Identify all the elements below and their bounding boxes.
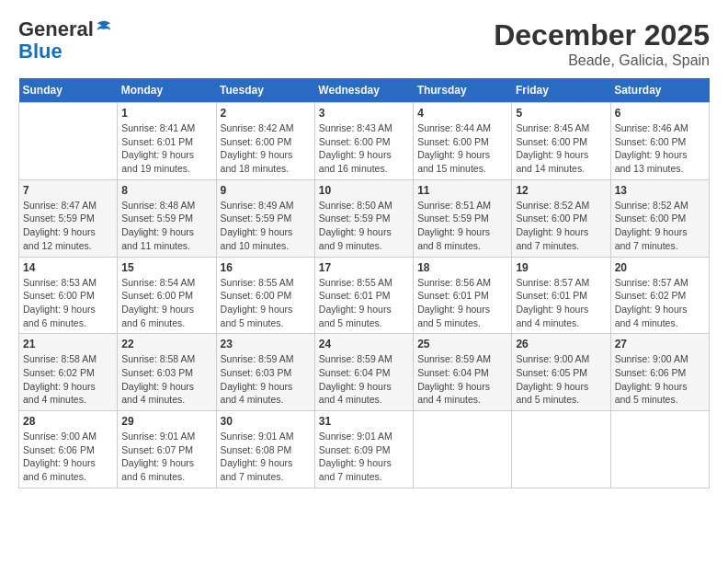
- day-number: 17: [319, 261, 409, 274]
- month-year-title: December 2025: [494, 18, 710, 52]
- day-number: 2: [221, 107, 311, 120]
- day-number: 27: [615, 338, 705, 350]
- calendar-cell: [19, 103, 118, 180]
- day-number: 24: [319, 338, 409, 350]
- day-info: Sunrise: 8:59 AMSunset: 6:04 PMDaylight:…: [319, 352, 409, 407]
- day-info: Sunrise: 8:59 AMSunset: 6:03 PMDaylight:…: [221, 352, 311, 407]
- calendar-cell: 11Sunrise: 8:51 AMSunset: 5:59 PMDayligh…: [414, 179, 512, 257]
- calendar-week-row: 28Sunrise: 9:00 AMSunset: 6:06 PMDayligh…: [19, 411, 710, 488]
- calendar-cell: 8Sunrise: 8:48 AMSunset: 5:59 PMDaylight…: [118, 179, 216, 257]
- day-number: 6: [615, 107, 705, 120]
- day-number: 8: [121, 184, 211, 197]
- day-number: 16: [221, 261, 311, 274]
- weekday-header-monday: Monday: [118, 78, 216, 103]
- day-info: Sunrise: 8:44 AMSunset: 6:00 PMDaylight:…: [417, 121, 507, 176]
- calendar-cell: [610, 411, 709, 488]
- day-info: Sunrise: 8:57 AMSunset: 6:02 PMDaylight:…: [615, 276, 705, 330]
- weekday-header-friday: Friday: [512, 78, 610, 103]
- calendar-cell: 7Sunrise: 8:47 AMSunset: 5:59 PMDaylight…: [19, 179, 118, 257]
- day-number: 19: [516, 261, 606, 274]
- calendar-cell: 28Sunrise: 9:00 AMSunset: 6:06 PMDayligh…: [19, 411, 118, 488]
- day-info: Sunrise: 8:56 AMSunset: 6:01 PMDaylight:…: [417, 276, 507, 330]
- day-number: 23: [221, 338, 311, 350]
- calendar-cell: 10Sunrise: 8:50 AMSunset: 5:59 PMDayligh…: [314, 179, 413, 257]
- day-number: 21: [23, 338, 113, 350]
- day-info: Sunrise: 8:59 AMSunset: 6:04 PMDaylight:…: [417, 352, 507, 407]
- day-number: 25: [417, 338, 507, 350]
- calendar-cell: 12Sunrise: 8:52 AMSunset: 6:00 PMDayligh…: [512, 179, 610, 257]
- calendar-cell: 13Sunrise: 8:52 AMSunset: 6:00 PMDayligh…: [610, 179, 709, 257]
- day-info: Sunrise: 8:48 AMSunset: 5:59 PMDaylight:…: [121, 199, 211, 253]
- calendar-cell: 1Sunrise: 8:41 AMSunset: 6:01 PMDaylight…: [118, 103, 216, 180]
- day-info: Sunrise: 8:58 AMSunset: 6:03 PMDaylight:…: [121, 352, 211, 407]
- calendar-cell: 18Sunrise: 8:56 AMSunset: 6:01 PMDayligh…: [414, 257, 512, 334]
- calendar-cell: 31Sunrise: 9:01 AMSunset: 6:09 PMDayligh…: [314, 411, 413, 488]
- calendar-cell: 16Sunrise: 8:55 AMSunset: 6:00 PMDayligh…: [216, 257, 314, 334]
- calendar-cell: 25Sunrise: 8:59 AMSunset: 6:04 PMDayligh…: [414, 334, 512, 411]
- weekday-header-row: SundayMondayTuesdayWednesdayThursdayFrid…: [19, 78, 710, 103]
- logo-text: General Blue: [18, 18, 112, 63]
- calendar-cell: 3Sunrise: 8:43 AMSunset: 6:00 PMDaylight…: [314, 103, 413, 180]
- day-number: 9: [221, 184, 311, 197]
- day-number: 10: [319, 184, 409, 197]
- calendar-cell: 30Sunrise: 9:01 AMSunset: 6:08 PMDayligh…: [216, 411, 314, 488]
- day-info: Sunrise: 8:57 AMSunset: 6:01 PMDaylight:…: [516, 276, 606, 330]
- calendar-cell: 26Sunrise: 9:00 AMSunset: 6:05 PMDayligh…: [512, 334, 610, 411]
- calendar-table: SundayMondayTuesdayWednesdayThursdayFrid…: [18, 78, 710, 488]
- day-info: Sunrise: 9:01 AMSunset: 6:08 PMDaylight:…: [221, 430, 311, 484]
- weekday-header-tuesday: Tuesday: [216, 78, 314, 103]
- day-info: Sunrise: 8:51 AMSunset: 5:59 PMDaylight:…: [417, 199, 507, 253]
- day-number: 13: [615, 184, 705, 197]
- day-info: Sunrise: 8:47 AMSunset: 5:59 PMDaylight:…: [23, 199, 113, 253]
- day-number: 20: [615, 261, 705, 274]
- day-info: Sunrise: 8:54 AMSunset: 6:00 PMDaylight:…: [121, 276, 211, 330]
- day-info: Sunrise: 8:50 AMSunset: 5:59 PMDaylight:…: [319, 199, 409, 253]
- weekday-header-thursday: Thursday: [414, 78, 512, 103]
- day-number: 1: [121, 107, 211, 120]
- day-info: Sunrise: 8:49 AMSunset: 5:59 PMDaylight:…: [221, 199, 311, 253]
- calendar-cell: 22Sunrise: 8:58 AMSunset: 6:03 PMDayligh…: [118, 334, 216, 411]
- day-number: 22: [121, 338, 211, 350]
- calendar-cell: 23Sunrise: 8:59 AMSunset: 6:03 PMDayligh…: [216, 334, 314, 411]
- calendar-week-row: 14Sunrise: 8:53 AMSunset: 6:00 PMDayligh…: [19, 257, 710, 334]
- day-info: Sunrise: 8:55 AMSunset: 6:01 PMDaylight:…: [319, 276, 409, 330]
- calendar-cell: 19Sunrise: 8:57 AMSunset: 6:01 PMDayligh…: [512, 257, 610, 334]
- calendar-cell: 24Sunrise: 8:59 AMSunset: 6:04 PMDayligh…: [314, 334, 413, 411]
- day-info: Sunrise: 8:42 AMSunset: 6:00 PMDaylight:…: [221, 121, 311, 176]
- logo-general: General: [18, 17, 94, 40]
- calendar-cell: [414, 411, 512, 488]
- day-number: 7: [23, 184, 113, 197]
- calendar-cell: 2Sunrise: 8:42 AMSunset: 6:00 PMDaylight…: [216, 103, 314, 180]
- day-info: Sunrise: 8:52 AMSunset: 6:00 PMDaylight:…: [615, 199, 705, 253]
- weekday-header-wednesday: Wednesday: [314, 78, 413, 103]
- calendar-week-row: 1Sunrise: 8:41 AMSunset: 6:01 PMDaylight…: [19, 103, 710, 180]
- calendar-cell: [512, 411, 610, 488]
- weekday-header-saturday: Saturday: [610, 78, 709, 103]
- calendar-week-row: 21Sunrise: 8:58 AMSunset: 6:02 PMDayligh…: [19, 334, 710, 411]
- day-number: 29: [121, 415, 211, 428]
- day-number: 31: [319, 415, 409, 428]
- calendar-cell: 14Sunrise: 8:53 AMSunset: 6:00 PMDayligh…: [19, 257, 118, 334]
- day-info: Sunrise: 8:52 AMSunset: 6:00 PMDaylight:…: [516, 199, 606, 253]
- day-number: 3: [319, 107, 409, 120]
- day-number: 14: [23, 261, 113, 274]
- calendar-cell: 6Sunrise: 8:46 AMSunset: 6:00 PMDaylight…: [610, 103, 709, 180]
- day-number: 30: [221, 415, 311, 428]
- calendar-cell: 21Sunrise: 8:58 AMSunset: 6:02 PMDayligh…: [19, 334, 118, 411]
- day-info: Sunrise: 8:46 AMSunset: 6:00 PMDaylight:…: [615, 121, 705, 176]
- day-number: 12: [516, 184, 606, 197]
- day-number: 26: [516, 338, 606, 350]
- calendar-cell: 4Sunrise: 8:44 AMSunset: 6:00 PMDaylight…: [414, 103, 512, 180]
- page-header: General Blue December 2025 Beade, Galici…: [18, 18, 710, 69]
- day-info: Sunrise: 8:58 AMSunset: 6:02 PMDaylight:…: [23, 352, 113, 407]
- day-info: Sunrise: 9:00 AMSunset: 6:06 PMDaylight:…: [23, 430, 113, 484]
- calendar-cell: 20Sunrise: 8:57 AMSunset: 6:02 PMDayligh…: [610, 257, 709, 334]
- day-info: Sunrise: 8:45 AMSunset: 6:00 PMDaylight:…: [516, 121, 606, 176]
- day-info: Sunrise: 8:53 AMSunset: 6:00 PMDaylight:…: [23, 276, 113, 330]
- weekday-header-sunday: Sunday: [19, 78, 118, 103]
- day-number: 5: [516, 107, 606, 120]
- day-info: Sunrise: 9:01 AMSunset: 6:09 PMDaylight:…: [319, 430, 409, 484]
- day-info: Sunrise: 8:41 AMSunset: 6:01 PMDaylight:…: [121, 121, 211, 176]
- day-info: Sunrise: 9:01 AMSunset: 6:07 PMDaylight:…: [121, 430, 211, 484]
- calendar-cell: 27Sunrise: 9:00 AMSunset: 6:06 PMDayligh…: [610, 334, 709, 411]
